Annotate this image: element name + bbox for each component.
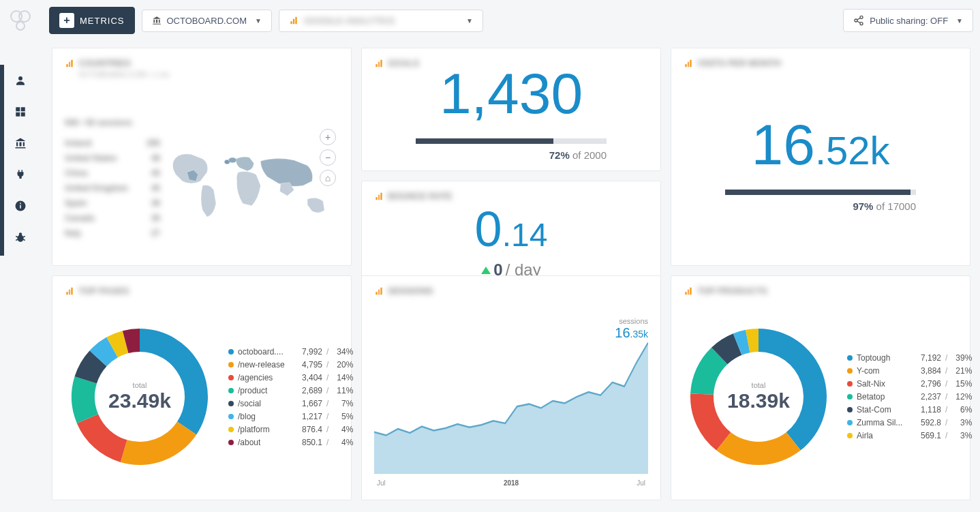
chevron-down-icon: ▼ (956, 17, 963, 25)
legend-row: Betatop2,237/12% (847, 391, 972, 404)
top-products-card: TOP PRODUCTS total 18.39k Toptough7,192/… (671, 275, 970, 500)
sidebar-item-integrations[interactable] (0, 159, 41, 190)
svg-rect-31 (378, 194, 380, 200)
svg-rect-39 (376, 292, 377, 295)
analytics-icon (65, 59, 74, 68)
card-title: TOP PRODUCTS (697, 286, 767, 296)
country-row: United Kingdom45 (65, 181, 160, 196)
svg-line-12 (16, 239, 18, 241)
visits-progress (725, 190, 916, 195)
country-row: Spain38 (65, 196, 160, 211)
country-row: Canada36 (65, 211, 160, 226)
analytics-icon (374, 192, 384, 201)
sidebar-item-organization[interactable] (0, 127, 41, 159)
site-dropdown[interactable]: OCTOBOARD.COM ▼ (142, 10, 272, 32)
public-sharing-toggle[interactable]: Public sharing: OFF ▼ (843, 9, 973, 32)
bounce-rate-card: BOUNCE RATE 0.14 0 / day (361, 181, 661, 290)
add-metrics-button[interactable]: + METRICS (49, 7, 135, 34)
country-row: China45 (65, 166, 160, 181)
share-label: Public sharing: OFF (870, 16, 948, 26)
sessions-area-chart (374, 337, 648, 474)
legend-row: Stat-Com1,118/6% (847, 404, 972, 417)
svg-point-19 (860, 22, 863, 25)
sidebar-item-profile[interactable] (0, 65, 41, 96)
svg-rect-37 (69, 289, 70, 295)
bounce-value: 0.14 (475, 205, 548, 254)
chevron-down-icon: ▼ (466, 17, 473, 25)
svg-line-10 (16, 237, 18, 238)
zoom-in-button[interactable]: + (320, 129, 336, 145)
analytics-icon (65, 286, 74, 296)
share-icon (853, 15, 864, 26)
donut-total-value: 18.39k (727, 389, 790, 412)
sidebar-item-info[interactable] (0, 190, 41, 222)
svg-rect-4 (21, 112, 25, 117)
legend-row: /product2,689/11% (228, 384, 353, 397)
svg-line-13 (23, 239, 25, 241)
svg-rect-41 (380, 287, 382, 295)
chevron-down-icon: ▼ (255, 17, 262, 25)
zoom-out-button[interactable]: − (320, 149, 336, 166)
svg-line-21 (857, 21, 861, 23)
svg-rect-2 (21, 107, 25, 111)
svg-rect-33 (685, 64, 686, 67)
legend-row: Salt-Nix2,796/15% (847, 378, 972, 391)
svg-rect-38 (71, 287, 72, 295)
svg-rect-30 (376, 197, 377, 200)
legend-row: /blog1,217/5% (228, 410, 353, 423)
sessions-card: SESSIONS sessions 16.35k Jul 2018 Jul (361, 275, 661, 500)
svg-rect-28 (378, 61, 380, 67)
svg-rect-35 (690, 59, 691, 67)
svg-rect-15 (293, 19, 294, 25)
legend-row: /agencies3,404/14% (228, 371, 353, 384)
card-title: GOALS (388, 58, 419, 68)
svg-rect-36 (66, 292, 67, 295)
topbar: + METRICS OCTOBOARD.COM ▼ GOOGLE ANALYTI… (41, 0, 980, 41)
visits-of-label: of 17000 (876, 200, 916, 212)
svg-point-0 (18, 76, 22, 80)
legend-row: /new-release4,795/20% (228, 358, 353, 371)
top-pages-card: TOP PAGES total 23.49k octoboard....7,99… (52, 275, 352, 500)
svg-rect-1 (16, 107, 20, 111)
svg-point-9 (19, 232, 22, 236)
goals-progress (416, 138, 607, 144)
integration-label: GOOGLE ANALYTICS (304, 16, 395, 26)
legend-row: Y-com3,884/21% (847, 365, 972, 378)
svg-point-18 (855, 19, 857, 22)
plus-icon: + (59, 13, 74, 28)
svg-rect-27 (376, 64, 377, 67)
svg-rect-44 (688, 289, 689, 295)
goals-percent: 72% (549, 149, 570, 161)
svg-line-11 (23, 237, 25, 238)
home-button[interactable]: ⌂ (320, 170, 336, 186)
legend-row: octoboard....7,992/34% (228, 345, 353, 358)
integration-dropdown[interactable]: GOOGLE ANALYTICS ▼ (279, 10, 483, 32)
svg-rect-29 (380, 59, 382, 67)
svg-line-20 (857, 18, 861, 20)
svg-point-17 (860, 16, 863, 18)
trend-up-icon (481, 267, 491, 274)
country-row: Italy27 (65, 226, 160, 241)
sessions-label: sessions (615, 317, 648, 325)
legend-row: Airla569.1/3% (847, 430, 972, 442)
svg-rect-34 (688, 61, 689, 67)
bank-icon (152, 16, 162, 25)
donut-total-value: 23.49k (108, 389, 171, 412)
sidebar-item-dashboard[interactable] (0, 96, 41, 127)
card-title: VISITS PER MONTH (697, 58, 781, 68)
plug-icon (14, 168, 27, 181)
sidebar-item-debug[interactable] (0, 222, 41, 253)
app-logo (0, 0, 41, 41)
countries-list: 940 • 50 sessions Ireland295United State… (65, 95, 160, 256)
user-icon (14, 74, 27, 87)
analytics-icon (684, 286, 693, 296)
legend-row: /platform876.4/4% (228, 423, 353, 436)
bug-icon (14, 231, 27, 243)
svg-rect-6 (20, 205, 21, 209)
visits-percent: 97% (853, 200, 873, 212)
country-row: Ireland295 (65, 136, 160, 151)
analytics-icon (289, 16, 298, 25)
world-map[interactable] (160, 115, 339, 252)
svg-rect-24 (71, 59, 72, 67)
card-title: COUNTRIES (78, 58, 131, 68)
